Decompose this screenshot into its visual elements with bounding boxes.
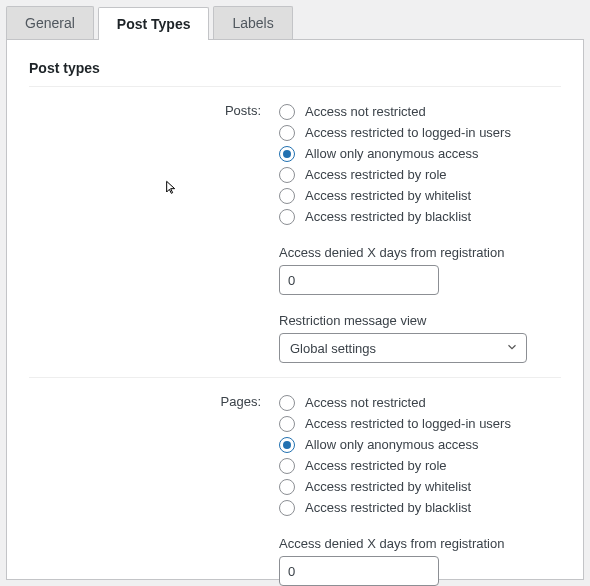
- radio-label: Access restricted by blacklist: [305, 209, 471, 224]
- radio-posts-blacklist[interactable]: Access restricted by blacklist: [279, 206, 561, 227]
- posts-message-view-select[interactable]: Global settings: [279, 333, 527, 363]
- tab-post-types[interactable]: Post Types: [98, 7, 210, 40]
- radio-posts-whitelist[interactable]: Access restricted by whitelist: [279, 185, 561, 206]
- row-pages: Pages: Access not restricted Access rest…: [29, 378, 561, 586]
- radio-label: Access restricted by whitelist: [305, 479, 471, 494]
- row-label-pages: Pages:: [29, 392, 279, 409]
- radio-icon: [279, 209, 295, 225]
- section-title: Post types: [29, 60, 561, 76]
- radio-label: Access not restricted: [305, 104, 426, 119]
- pages-denied-days-label: Access denied X days from registration: [279, 536, 561, 551]
- tab-general[interactable]: General: [6, 6, 94, 39]
- radio-icon: [279, 104, 295, 120]
- tab-labels[interactable]: Labels: [213, 6, 292, 39]
- radio-icon: [279, 479, 295, 495]
- radio-pages-by-role[interactable]: Access restricted by role: [279, 455, 561, 476]
- radio-label: Access restricted to logged-in users: [305, 125, 511, 140]
- radio-pages-not-restricted[interactable]: Access not restricted: [279, 392, 561, 413]
- tabs-bar: General Post Types Labels: [6, 6, 584, 40]
- radio-icon: [279, 188, 295, 204]
- radio-label: Access restricted by blacklist: [305, 500, 471, 515]
- radio-icon: [279, 146, 295, 162]
- radio-icon: [279, 167, 295, 183]
- radio-label: Access not restricted: [305, 395, 426, 410]
- posts-denied-days-label: Access denied X days from registration: [279, 245, 561, 260]
- radio-label: Access restricted to logged-in users: [305, 416, 511, 431]
- radio-posts-logged-in[interactable]: Access restricted to logged-in users: [279, 122, 561, 143]
- radio-icon: [279, 437, 295, 453]
- radio-pages-anonymous[interactable]: Allow only anonymous access: [279, 434, 561, 455]
- radio-icon: [279, 416, 295, 432]
- radio-label: Allow only anonymous access: [305, 146, 478, 161]
- radio-label: Access restricted by role: [305, 167, 447, 182]
- radio-label: Access restricted by role: [305, 458, 447, 473]
- radio-icon: [279, 458, 295, 474]
- radio-icon: [279, 395, 295, 411]
- radio-pages-logged-in[interactable]: Access restricted to logged-in users: [279, 413, 561, 434]
- row-label-posts: Posts:: [29, 101, 279, 118]
- radio-pages-whitelist[interactable]: Access restricted by whitelist: [279, 476, 561, 497]
- radio-posts-by-role[interactable]: Access restricted by role: [279, 164, 561, 185]
- posts-message-view-label: Restriction message view: [279, 313, 561, 328]
- row-posts: Posts: Access not restricted Access rest…: [29, 87, 561, 378]
- radio-label: Access restricted by whitelist: [305, 188, 471, 203]
- radio-icon: [279, 125, 295, 141]
- radio-posts-not-restricted[interactable]: Access not restricted: [279, 101, 561, 122]
- posts-denied-days-input[interactable]: [279, 265, 439, 295]
- radio-icon: [279, 500, 295, 516]
- panel-post-types: Post types Posts: Access not restricted …: [6, 40, 584, 580]
- radio-label: Allow only anonymous access: [305, 437, 478, 452]
- radio-posts-anonymous[interactable]: Allow only anonymous access: [279, 143, 561, 164]
- radio-pages-blacklist[interactable]: Access restricted by blacklist: [279, 497, 561, 518]
- pages-denied-days-input[interactable]: [279, 556, 439, 586]
